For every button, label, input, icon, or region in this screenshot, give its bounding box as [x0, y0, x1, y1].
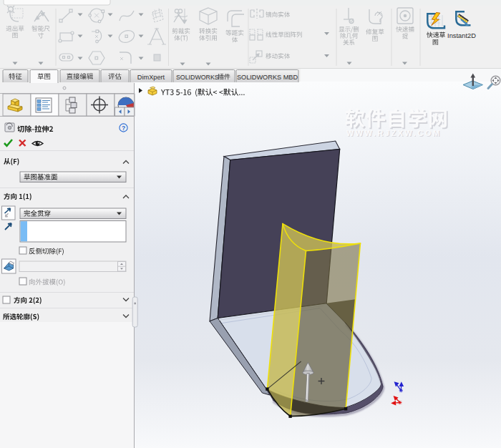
svg-text:SOLIDWORKS: SOLIDWORKS: [176, 74, 219, 81]
svg-text:Instant2D: Instant2D: [447, 32, 476, 39]
svg-text:DimXpert: DimXpert: [137, 74, 165, 81]
svg-text:?: ?: [122, 125, 125, 132]
svg-text:SOLIDWORKS MBD: SOLIDWORKS MBD: [237, 74, 298, 81]
svg-text:WWW.RJZXW.COM: WWW.RJZXW.COM: [346, 129, 442, 137]
